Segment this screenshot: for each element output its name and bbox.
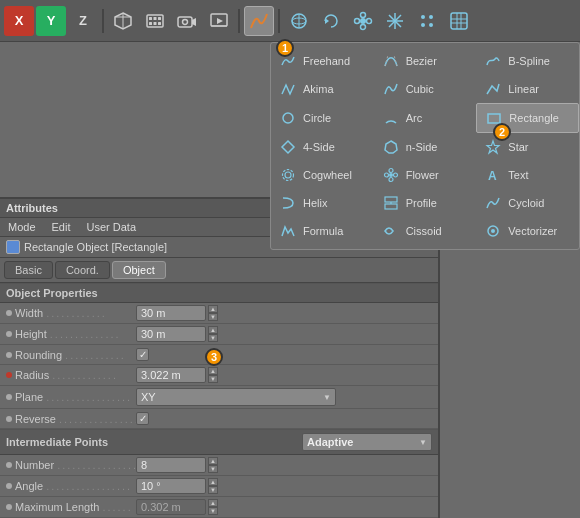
svg-marker-42 (282, 141, 294, 153)
width-spinner[interactable]: ▲ ▼ (208, 305, 218, 321)
tool-render[interactable] (204, 6, 234, 36)
tool-dots[interactable] (412, 6, 442, 36)
dropdown-item-linear[interactable]: Linear (476, 75, 579, 103)
dropdown-item-cogwheel[interactable]: Cogwheel (271, 161, 374, 189)
menu-userdata[interactable]: User Data (79, 218, 145, 236)
dropdown-item-cissoid[interactable]: Cissoid (374, 217, 477, 245)
reverse-dots: ................ (59, 413, 140, 425)
rectangle-label: Rectangle (509, 112, 559, 124)
tool-spline[interactable] (244, 6, 274, 36)
height-down[interactable]: ▼ (208, 334, 218, 342)
dropdown-item-flower[interactable]: Flower (374, 161, 477, 189)
tool-flower[interactable] (348, 6, 378, 36)
height-text: Height (15, 328, 47, 340)
property-angle: Angle ................. ▲ ▼ (0, 476, 438, 497)
plane-dropdown[interactable]: XY ▼ (136, 388, 336, 406)
svg-rect-3 (147, 15, 163, 27)
maxlength-down[interactable]: ▼ (208, 507, 218, 515)
dropdown-item-profile[interactable]: Profile (374, 189, 477, 217)
svg-point-24 (367, 18, 372, 23)
svg-point-30 (429, 15, 433, 19)
reverse-checkbox[interactable] (136, 412, 149, 425)
annotation-2: 2 (493, 123, 511, 141)
dropdown-item-helix[interactable]: Helix (271, 189, 374, 217)
tool-x[interactable]: X (4, 6, 34, 36)
maxlength-up[interactable]: ▲ (208, 499, 218, 507)
radius-up[interactable]: ▲ (208, 367, 218, 375)
object-icon (6, 240, 20, 254)
maxlength-input[interactable] (136, 499, 206, 515)
main-toolbar: X Y Z (0, 0, 580, 42)
angle-dots: ................. (46, 480, 132, 492)
angle-input[interactable] (136, 478, 206, 494)
bspline-label: B-Spline (508, 55, 550, 67)
radius-input[interactable] (136, 367, 206, 383)
property-height: Height .............. ▲ ▼ (0, 324, 438, 345)
radius-label: Radius ............. (6, 369, 136, 381)
number-down[interactable]: ▼ (208, 465, 218, 473)
dropdown-item-formula[interactable]: Formula (271, 217, 374, 245)
dropdown-item-star[interactable]: Star (476, 133, 579, 161)
svg-marker-15 (217, 18, 223, 24)
tool-film[interactable] (140, 6, 170, 36)
dropdown-item-arc[interactable]: Arc (374, 103, 477, 133)
number-dot (6, 462, 12, 468)
height-up[interactable]: ▲ (208, 326, 218, 334)
tool-z[interactable]: Z (68, 6, 98, 36)
tab-object[interactable]: Object (112, 261, 166, 279)
width-value: ▲ ▼ (136, 305, 432, 321)
svg-point-22 (361, 24, 366, 29)
rounding-dots: ............ (65, 349, 126, 361)
tool-snowflake[interactable] (380, 6, 410, 36)
tab-coord[interactable]: Coord. (55, 261, 110, 279)
angle-value: ▲ ▼ (136, 478, 432, 494)
tool-sphere[interactable] (284, 6, 314, 36)
dropdown-item-circle[interactable]: Circle (271, 103, 374, 133)
tool-cube[interactable] (108, 6, 138, 36)
dropdown-item-cycloid[interactable]: Cycloid (476, 189, 579, 217)
radius-spinner[interactable]: ▲ ▼ (208, 367, 218, 383)
number-input[interactable] (136, 457, 206, 473)
angle-spinner[interactable]: ▲ ▼ (208, 478, 218, 494)
dropdown-item-4side[interactable]: 4-Side (271, 133, 374, 161)
rounding-checkbox[interactable] (136, 348, 149, 361)
panel-tabs: Basic Coord. Object (0, 258, 438, 283)
svg-rect-6 (158, 17, 161, 20)
svg-point-51 (393, 173, 397, 177)
reverse-value (136, 412, 432, 425)
width-up[interactable]: ▲ (208, 305, 218, 313)
width-down[interactable]: ▼ (208, 313, 218, 321)
menu-mode[interactable]: Mode (0, 218, 44, 236)
tool-y[interactable]: Y (36, 6, 66, 36)
width-input[interactable] (136, 305, 206, 321)
formula-icon (279, 222, 297, 240)
arc-label: Arc (406, 112, 423, 124)
tab-basic[interactable]: Basic (4, 261, 53, 279)
angle-up[interactable]: ▲ (208, 478, 218, 486)
dropdown-item-nside[interactable]: n-Side (374, 133, 477, 161)
tool-rotate[interactable] (316, 6, 346, 36)
number-spinner[interactable]: ▲ ▼ (208, 457, 218, 473)
menu-edit[interactable]: Edit (44, 218, 79, 236)
height-spinner[interactable]: ▲ ▼ (208, 326, 218, 342)
dropdown-item-rectangle[interactable]: Rectangle (476, 103, 579, 133)
height-input[interactable] (136, 326, 206, 342)
dropdown-item-akima[interactable]: Akima (271, 75, 374, 103)
tool-camera[interactable] (172, 6, 202, 36)
dropdown-item-cubic[interactable]: Cubic (374, 75, 477, 103)
dropdown-item-vectorizer[interactable]: Vectorizer (476, 217, 579, 245)
tool-grid[interactable] (444, 6, 474, 36)
number-up[interactable]: ▲ (208, 457, 218, 465)
maxlength-spinner[interactable]: ▲ ▼ (208, 499, 218, 515)
angle-down[interactable]: ▼ (208, 486, 218, 494)
dropdown-item-bspline[interactable]: B-Spline (476, 47, 579, 75)
flower-icon (382, 166, 400, 184)
dropdown-item-text[interactable]: A Text (476, 161, 579, 189)
svg-rect-4 (149, 17, 152, 20)
dropdown-item-bezier[interactable]: Bezier (374, 47, 477, 75)
radius-down[interactable]: ▼ (208, 375, 218, 383)
angle-dot (6, 483, 12, 489)
svg-rect-53 (385, 197, 397, 202)
intermediate-dropdown[interactable]: Adaptive ▼ (302, 433, 432, 451)
separator-2 (238, 9, 240, 33)
